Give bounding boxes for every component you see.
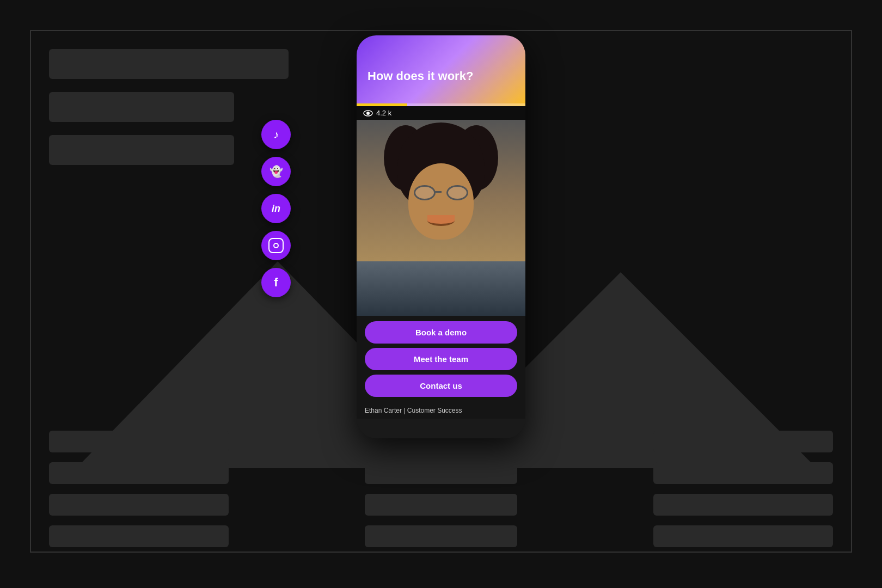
progress-bar (357, 103, 525, 106)
phone-header: How does it work? (357, 35, 525, 106)
bottom-bar-right-3 (653, 494, 833, 516)
facebook-icon: f (274, 275, 278, 290)
bottom-bar-left-3 (49, 494, 229, 516)
phone-header-title: How does it work? (367, 69, 473, 83)
meet-team-button[interactable]: Meet the team (365, 348, 517, 370)
eye-icon (363, 110, 373, 117)
linkedin-icon: in (272, 203, 280, 215)
bottom-bar-left-1 (49, 431, 229, 452)
linkedin-button[interactable]: in (261, 194, 291, 223)
social-icons-panel: ♪ 👻 in f (261, 120, 291, 297)
bottom-bars-right (653, 431, 833, 547)
phone-screen: How does it work? 4.2 k (357, 35, 525, 438)
svg-point-1 (366, 112, 370, 115)
snapchat-icon: 👻 (270, 165, 283, 178)
smile (427, 215, 455, 226)
bottom-bar-right-1 (653, 431, 833, 452)
bottom-bar-center-2 (365, 462, 517, 484)
contact-us-button[interactable]: Contact us (365, 375, 517, 397)
progress-fill (357, 103, 407, 106)
person-photo (357, 120, 525, 316)
face (408, 163, 474, 240)
instagram-button[interactable] (261, 231, 291, 260)
instagram-icon (268, 238, 284, 253)
snapchat-button[interactable]: 👻 (261, 157, 291, 186)
body (357, 261, 525, 316)
wire-bar-2 (49, 92, 234, 122)
top-wireframe-bars (49, 49, 289, 165)
glasses-left (414, 185, 436, 200)
person-name: Ethan Carter (365, 407, 402, 414)
glasses-bridge (434, 191, 442, 193)
glasses-right (446, 185, 468, 200)
bottom-bar-left-4 (49, 525, 229, 547)
bottom-bars-left (49, 431, 229, 547)
bottom-bars-center (365, 431, 517, 547)
phone-person-info: Ethan Carter | Customer Success (357, 402, 525, 419)
wire-bar-3 (49, 135, 234, 165)
bottom-bar-left-2 (49, 462, 229, 484)
tiktok-button[interactable]: ♪ (261, 120, 291, 149)
person-image-area (357, 120, 525, 316)
view-count-bar: 4.2 k (357, 106, 525, 120)
bottom-bar-center-4 (365, 525, 517, 547)
phone-mockup: How does it work? 4.2 k (357, 35, 525, 438)
book-demo-button[interactable]: Book a demo (365, 321, 517, 344)
person-role: Customer Success (407, 407, 462, 414)
facebook-button[interactable]: f (261, 268, 291, 297)
bottom-bar-right-2 (653, 462, 833, 484)
tiktok-icon: ♪ (273, 128, 279, 141)
bottom-bar-right-4 (653, 525, 833, 547)
phone-action-buttons: Book a demo Meet the team Contact us (357, 316, 525, 402)
wire-bar-1 (49, 49, 289, 79)
bottom-bar-center-3 (365, 494, 517, 516)
view-count: 4.2 k (376, 109, 391, 117)
